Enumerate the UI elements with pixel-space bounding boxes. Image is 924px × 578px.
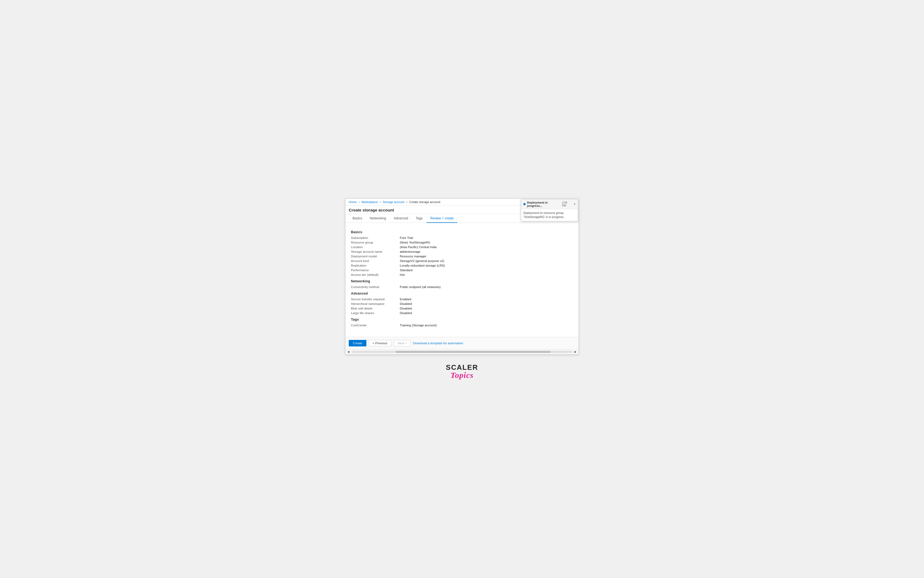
field-label-storage-name: Storage account name: [351, 250, 400, 253]
field-subscription: Subscription Free Trial: [351, 236, 573, 239]
notification-time: 2:56 PM: [562, 201, 571, 207]
field-value-access-tier: Hot: [400, 273, 405, 276]
field-value-account-kind: StorageV2 (general purpose v2): [400, 259, 444, 263]
field-costcenter: CostCenter Training (Storage account): [351, 324, 573, 327]
breadcrumb-sep-2: ›: [380, 200, 381, 204]
field-blob-soft: Blob soft delete Disabled: [351, 307, 573, 310]
notification-body: Deployment to resource group 'TestStorag…: [521, 209, 578, 221]
tab-advanced[interactable]: Advanced: [390, 214, 412, 223]
field-replication: Replication Locally-redundant storage (L…: [351, 264, 573, 267]
field-label-hierarchical: Hierarchical namespace: [351, 302, 400, 305]
previous-button[interactable]: < Previous: [369, 340, 392, 346]
field-performance: Performance Standard: [351, 268, 573, 272]
field-label-location: Location: [351, 245, 400, 249]
breadcrumb-home[interactable]: Home: [349, 200, 356, 204]
download-template-link[interactable]: Download a template for automation: [413, 341, 464, 345]
field-value-replication: Locally-redundant storage (LRS): [400, 264, 445, 267]
field-label-account-kind: Account kind: [351, 259, 400, 263]
field-label-access-tier: Access tier (default): [351, 273, 400, 276]
field-storage-name: Storage account name akktestsrorage: [351, 250, 573, 253]
field-value-subscription: Free Trial: [400, 236, 413, 239]
field-connectivity: Connectivity method Public endpoint (all…: [351, 285, 573, 289]
field-label-connectivity: Connectivity method: [351, 285, 400, 289]
notification-status-dot: [523, 203, 525, 205]
networking-section: Networking Connectivity method Public en…: [351, 279, 573, 289]
notification-header: Deployment in progress... 2:56 PM ×: [521, 200, 578, 209]
field-label-costcenter: CostCenter: [351, 324, 400, 327]
topics-text: Topics: [451, 370, 474, 380]
tags-section: Tags CostCenter Training (Storage accoun…: [351, 317, 573, 327]
field-value-deployment-model: Resource manager: [400, 255, 426, 258]
scroll-left-arrow[interactable]: ◀: [346, 350, 350, 354]
advanced-section-title: Advanced: [351, 291, 573, 295]
field-account-kind: Account kind StorageV2 (general purpose …: [351, 259, 573, 263]
scroll-track[interactable]: [351, 351, 573, 353]
field-value-large-file: Disabled: [400, 312, 412, 315]
field-value-connectivity: Public endpoint (all networks): [400, 285, 441, 289]
field-deployment-model: Deployment model Resource manager: [351, 255, 573, 258]
field-label-subscription: Subscription: [351, 236, 400, 239]
next-button[interactable]: Next >: [394, 340, 411, 346]
field-resource-group: Resource group (New) TestStorageRG: [351, 241, 573, 244]
azure-portal-window: Home › Marketplace › Storage account › C…: [345, 198, 579, 355]
networking-section-title: Networking: [351, 279, 573, 283]
advanced-section: Advanced Secure transfer required Enable…: [351, 291, 573, 315]
tab-tags[interactable]: Tags: [412, 214, 426, 223]
bottom-toolbar: Create < Previous Next > Download a temp…: [345, 337, 579, 349]
field-value-secure-transfer: Enabled: [400, 297, 411, 301]
tab-basics[interactable]: Basics: [349, 214, 366, 223]
main-content: Basics Subscription Free Trial Resource …: [345, 223, 579, 337]
field-hierarchical: Hierarchical namespace Disabled: [351, 302, 573, 305]
field-large-file: Large file shares Disabled: [351, 312, 573, 315]
field-value-costcenter: Training (Storage account): [400, 324, 437, 327]
tags-section-title: Tags: [351, 317, 573, 321]
field-label-blob-soft: Blob soft delete: [351, 307, 400, 310]
field-label-deployment-model: Deployment model: [351, 255, 400, 258]
field-label-secure-transfer: Secure transfer required: [351, 297, 400, 301]
breadcrumb-current: Create storage account: [409, 200, 440, 204]
field-location: Location (Asia Pacific) Central India: [351, 245, 573, 249]
field-value-performance: Standard: [400, 268, 413, 272]
scroll-right-arrow[interactable]: ▶: [574, 350, 578, 354]
field-label-large-file: Large file shares: [351, 312, 400, 315]
tab-networking[interactable]: Networking: [366, 214, 390, 223]
field-access-tier: Access tier (default) Hot: [351, 273, 573, 276]
breadcrumb-storage-account[interactable]: Storage account: [383, 200, 404, 204]
field-label-replication: Replication: [351, 264, 400, 267]
field-secure-transfer: Secure transfer required Enabled: [351, 297, 573, 301]
horizontal-scrollbar: ◀ ▶: [345, 349, 579, 354]
basics-section: Basics Subscription Free Trial Resource …: [351, 230, 573, 276]
field-label-resource-group: Resource group: [351, 241, 400, 244]
create-button[interactable]: Create: [349, 340, 366, 346]
breadcrumb-sep-3: ›: [406, 200, 407, 204]
notification-title: Deployment in progress...: [527, 201, 562, 208]
notification-title-row: Deployment in progress...: [523, 201, 562, 208]
breadcrumb-sep-1: ›: [358, 200, 360, 204]
field-value-storage-name: akktestsrorage: [400, 250, 420, 253]
tab-review-create[interactable]: Review + create: [426, 214, 457, 223]
field-value-location: (Asia Pacific) Central India: [400, 245, 437, 249]
notification-popup: Deployment in progress... 2:56 PM × Depl…: [521, 199, 578, 222]
breadcrumb-marketplace[interactable]: Marketplace: [361, 200, 378, 204]
field-value-blob-soft: Disabled: [400, 307, 412, 310]
scaler-topics-logo: SCALER Topics: [446, 363, 478, 380]
notification-close-button[interactable]: ×: [574, 203, 576, 206]
basics-section-title: Basics: [351, 230, 573, 234]
field-label-performance: Performance: [351, 268, 400, 272]
scroll-thumb: [396, 351, 551, 353]
field-value-hierarchical: Disabled: [400, 302, 412, 305]
field-value-resource-group: (New) TestStorageRG: [400, 241, 430, 244]
